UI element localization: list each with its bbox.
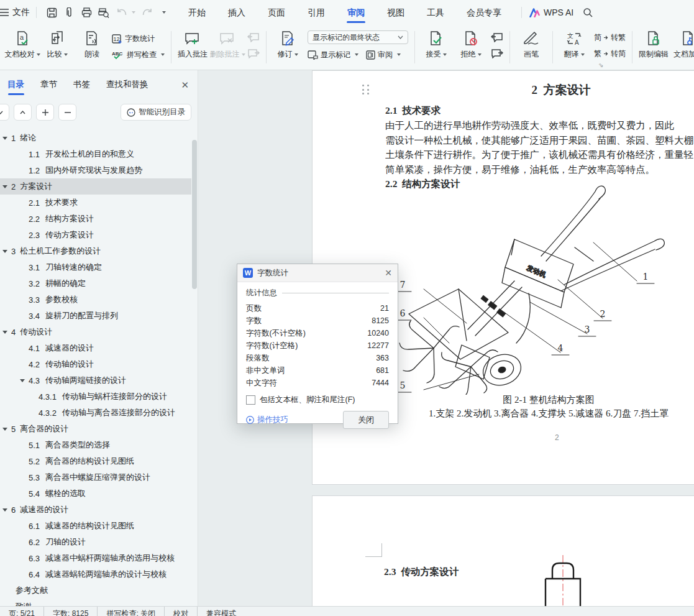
toc-item[interactable]: 5 离合器的设计 bbox=[0, 421, 191, 437]
sidebar-tab[interactable]: 目录 bbox=[0, 70, 32, 99]
word-count-button[interactable]: 12 字数统计 bbox=[112, 32, 165, 45]
toc-item[interactable]: 2.1 技术要求 bbox=[0, 195, 191, 211]
toc-item[interactable]: 4.3.2 传动轴与离合器连接部分的设计 bbox=[0, 405, 191, 421]
simplified-to-traditional-button[interactable]: 简 转繁 bbox=[594, 31, 626, 44]
toc-item[interactable]: 4 传动设计 bbox=[0, 324, 191, 340]
toc-item[interactable]: 5.2 离合器的结构设计见图纸 bbox=[0, 453, 191, 469]
sidebar-tab[interactable]: 书签 bbox=[66, 70, 98, 99]
menu-tab[interactable]: 工具 bbox=[416, 0, 455, 25]
paragraph-drag-handle[interactable] bbox=[362, 85, 370, 97]
toc-item[interactable]: 参考文献 bbox=[0, 582, 191, 599]
toc-expand-triangle-icon[interactable] bbox=[2, 185, 7, 188]
translate-button[interactable]: 文A 翻译 bbox=[557, 25, 591, 60]
toc-item[interactable]: 3.1 刀轴转速的确定 bbox=[0, 259, 191, 275]
menu-tab[interactable]: 插入 bbox=[217, 0, 257, 25]
previous-comment-button[interactable] bbox=[247, 31, 260, 44]
menu-tab[interactable]: 页面 bbox=[257, 0, 296, 25]
toc-item[interactable]: 1 绪论 bbox=[0, 130, 191, 146]
search-button[interactable] bbox=[580, 4, 596, 21]
print-preview-button[interactable] bbox=[96, 4, 112, 21]
undo-button[interactable] bbox=[113, 4, 129, 21]
redo-button[interactable] bbox=[139, 4, 155, 21]
export-pdf-button[interactable] bbox=[61, 4, 77, 21]
menu-tab[interactable]: 引用 bbox=[296, 0, 336, 25]
encrypt-document-button[interactable]: 文档加密 bbox=[671, 25, 694, 60]
next-change-button[interactable] bbox=[491, 47, 503, 60]
show-markup-button[interactable]: 显示标记 bbox=[308, 48, 358, 61]
toc-expand-triangle-icon[interactable] bbox=[2, 428, 7, 431]
quickbar-more-chevron[interactable] bbox=[162, 11, 166, 14]
markup-state-select[interactable]: 显示标记的最终状态 bbox=[308, 30, 408, 44]
status-item[interactable]: 字数: 8125 bbox=[43, 607, 97, 616]
review-options-button[interactable]: 审阅 bbox=[366, 48, 401, 61]
traditional-to-simplified-button[interactable]: 繁 转简 bbox=[594, 47, 626, 60]
dialog-titlebar[interactable]: W 字数统计 ✕ bbox=[237, 264, 398, 282]
toc-item[interactable]: 4.3.1 传动轴与蜗杆连接部分的设计 bbox=[0, 388, 191, 405]
checkbox-unchecked-icon[interactable] bbox=[246, 395, 255, 405]
delete-comment-button[interactable]: 删除批注 bbox=[210, 25, 245, 60]
toc-expand-triangle-icon[interactable] bbox=[2, 250, 7, 253]
toc-item[interactable]: 3.3 参数校核 bbox=[0, 292, 191, 308]
subsection-heading-23[interactable]: 2.3 传动方案设计 bbox=[384, 566, 459, 579]
toc-item[interactable]: 5.4 螺栓的选取 bbox=[0, 485, 191, 502]
toc-item[interactable]: 6.4 减速器蜗轮两端轴承的设计与校核 bbox=[0, 566, 191, 582]
accept-button[interactable]: 接受 bbox=[419, 25, 454, 60]
undo-dropdown[interactable] bbox=[132, 11, 135, 14]
status-item[interactable]: 兼容模式 bbox=[197, 607, 245, 616]
spell-check-button[interactable]: ABC 拼写检查 bbox=[112, 48, 165, 61]
document-page-2[interactable]: 2.3 传动方案设计 bbox=[312, 495, 694, 607]
menu-tab[interactable]: 开始 bbox=[177, 0, 217, 25]
dialog-launcher-icon[interactable]: ⇘ bbox=[598, 62, 603, 68]
next-comment-button[interactable] bbox=[247, 47, 260, 60]
save-button[interactable] bbox=[43, 4, 60, 21]
toc-item[interactable]: 4.2 传动轴的设计 bbox=[0, 356, 191, 372]
tips-link[interactable]: 操作技巧 bbox=[246, 415, 288, 425]
dialog-close-icon[interactable]: ✕ bbox=[385, 268, 392, 278]
toc-item[interactable]: 4.1 减速器的设计 bbox=[0, 340, 191, 356]
brush-button[interactable]: 画笔 bbox=[514, 25, 549, 60]
subsection-heading-21[interactable]: 2.1 技术要求 bbox=[385, 104, 441, 117]
restrict-editing-button[interactable]: 限制编辑 bbox=[636, 25, 671, 60]
compare-button[interactable]: 比较 bbox=[40, 25, 75, 60]
paragraph-line[interactable]: 由于人工的进行旱地耕作劳动强度大、效率低，既费时又费力，因此 bbox=[385, 118, 694, 133]
zoom-in-button[interactable] bbox=[36, 104, 54, 121]
toc-item[interactable]: 1.2 国内外研究现状与发展趋势 bbox=[0, 162, 191, 178]
toc-item[interactable]: 6.2 刀轴的设计 bbox=[0, 534, 191, 550]
toc-expand-triangle-icon[interactable] bbox=[20, 379, 25, 382]
toc-item[interactable]: 2.2 结构方案设计 bbox=[0, 211, 191, 227]
include-footnotes-option[interactable]: 包括文本框、脚注和尾注(F) bbox=[246, 395, 389, 405]
figure-transmission-drawing[interactable] bbox=[536, 552, 592, 607]
print-button[interactable] bbox=[78, 4, 94, 21]
toc-item[interactable]: 3.2 耕幅的确定 bbox=[0, 275, 191, 292]
toc-expand-triangle-icon[interactable] bbox=[2, 508, 7, 512]
expand-all-button[interactable] bbox=[14, 104, 32, 121]
zoom-out-button[interactable] bbox=[58, 104, 76, 121]
paragraph-line[interactable]: 需设计一种松土机械，使其能够广泛适用于果园、苗圃、茶园、塑料大棚 bbox=[385, 133, 694, 148]
paragraph-line[interactable]: 土壤条件下进行耕作。为了便于推广，该机械还需具有价格经济，重量轻 bbox=[385, 147, 694, 162]
toc-item[interactable]: 6.1 减速器的结构设计见图纸 bbox=[0, 518, 191, 534]
menu-tab[interactable]: 审阅 bbox=[336, 0, 376, 25]
sidebar-close-icon[interactable]: ✕ bbox=[181, 80, 189, 91]
menu-tab[interactable]: 视图 bbox=[376, 0, 416, 25]
wps-ai-entry[interactable]: WPS AI bbox=[529, 7, 573, 17]
sidebar-scrollbar[interactable] bbox=[192, 132, 197, 607]
status-item[interactable]: 拼写检查: 关闭 bbox=[97, 607, 164, 616]
toc-item[interactable]: 3.4 旋耕刀的配置与排列 bbox=[0, 308, 191, 324]
section-heading[interactable]: 2 方案设计 bbox=[499, 82, 623, 98]
sidebar-tab[interactable]: 查找和替换 bbox=[99, 70, 156, 99]
file-menu[interactable]: 文件 bbox=[0, 7, 30, 18]
toc-item[interactable]: 3 松土机工作参数的设计 bbox=[0, 243, 191, 259]
toc-item[interactable]: 6 减速器的设计 bbox=[0, 502, 191, 518]
toc-expand-triangle-icon[interactable] bbox=[2, 331, 7, 334]
sidebar-scrollbar-thumb[interactable] bbox=[192, 140, 197, 289]
read-aloud-button[interactable]: 朗读 bbox=[75, 25, 109, 60]
toc-item[interactable]: 2.3 传动方案设计 bbox=[0, 227, 191, 243]
previous-change-button[interactable] bbox=[491, 31, 503, 44]
collapse-all-button[interactable] bbox=[0, 104, 9, 121]
reject-button[interactable]: 拒绝 bbox=[454, 25, 488, 60]
toc-item[interactable]: 6.3 减速器中蜗杆两端轴承的选用与校核 bbox=[0, 550, 191, 566]
figure-machine-drawing[interactable]: 发动机 bbox=[375, 180, 694, 395]
toc-item[interactable]: 1.1 开发松土机的目的和意义 bbox=[0, 146, 191, 162]
toc-item[interactable]: 5.3 离合器中螺旋压缩弹簧的设计 bbox=[0, 469, 191, 485]
menu-tab[interactable]: 会员专享 bbox=[455, 0, 513, 25]
